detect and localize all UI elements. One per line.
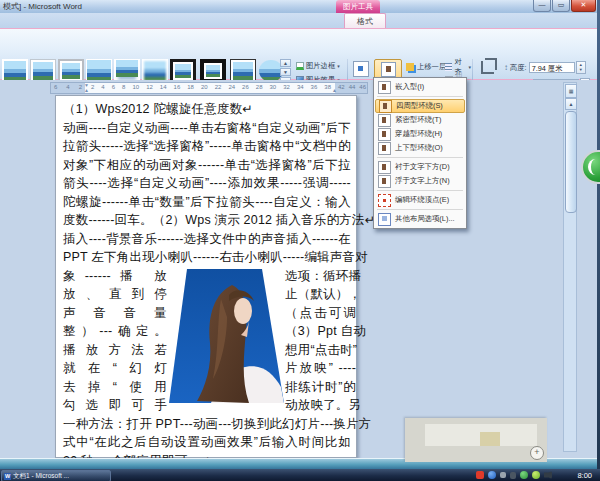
doc-line-right: 想用“点击时” [285, 342, 356, 359]
style-preview-image [144, 61, 166, 81]
tray-utility-icon[interactable] [500, 472, 506, 478]
minimize-button[interactable]: — [533, 0, 551, 12]
tight-wrap-icon [378, 114, 391, 127]
zoom-in-icon[interactable]: + [530, 446, 544, 460]
menu-item-in-front[interactable]: 浮于文字上方(N) [375, 174, 465, 188]
menu-item-top-bottom[interactable]: 上下型环绕(O) [375, 141, 465, 155]
window-title: 模式] - Microsoft Word [3, 1, 82, 12]
title-bar: 模式] - Microsoft Word 图片工具 — ▭ ✕ [0, 0, 600, 14]
style-preview-image [33, 62, 53, 80]
doc-line-right: （3）Ppt 自动 [285, 323, 356, 340]
doc-line-right: （点击可调 [285, 305, 356, 322]
doc-line: 动画----自定义动画----单击右窗格“自定义动画”后下 [63, 120, 351, 137]
doc-line: PPT 左下角出现小喇叭------右击小喇叭-----编辑声音对 [63, 249, 351, 266]
square-wrap-icon [379, 100, 392, 113]
crop-icon [481, 61, 494, 74]
doc-line-left: 整）---确定。 [63, 323, 167, 340]
align-icon [445, 63, 452, 71]
ruler-toggle-icon[interactable]: ▦ [565, 84, 577, 98]
doc-line: 插入----背景音乐------选择文件中的声音插入------在 [63, 231, 351, 248]
doc-line: 箭头----选择“自定义动画”----添加效果-----强调----- [63, 175, 351, 192]
doc-line: 一种方法：打开 PPT---动画---切换到此幻灯片---换片方 [63, 416, 351, 433]
scroll-up-icon[interactable]: ▲ [565, 98, 577, 110]
horizontal-ruler[interactable]: 6 4 2 2 4 6 8 10 12 14 16 18 20 22 24 26… [50, 82, 368, 94]
doc-line-left: 放、直到停 [63, 286, 167, 303]
in-front-text-icon [378, 175, 391, 188]
doc-line: 陀螺旋------单击“数量”后下拉箭头----自定义：输入 [63, 194, 351, 211]
document-page[interactable]: （1）Wps2012 陀螺旋任意度数↵ 动画----自定义动画----单击右窗格… [55, 95, 357, 458]
dropdown-arrow-icon: ▾ [337, 63, 340, 69]
system-tray [472, 471, 552, 479]
tray-antivirus-icon[interactable] [520, 471, 528, 479]
menu-separator [377, 96, 463, 97]
bring-forward-icon [406, 63, 414, 71]
top-bottom-wrap-icon [378, 142, 391, 155]
doc-line-right: 止（默认）， [285, 286, 356, 303]
window-controls: — ▭ ✕ [532, 0, 596, 12]
vertical-scrollbar[interactable]: ▦ ▲ [563, 82, 577, 452]
taskbar-word-button[interactable]: W 文档1 - Microsoft ... [1, 470, 111, 481]
doc-line-left: 播放方法若 [63, 342, 167, 359]
position-icon [353, 61, 369, 77]
picture-border-button[interactable]: 图片边框▾ [296, 59, 346, 72]
volume-icon[interactable] [544, 471, 552, 479]
tab-format-active[interactable]: 格式 [344, 13, 386, 29]
style-preview-image [206, 65, 220, 77]
doc-line-left: 声 音 音 量 [63, 305, 167, 322]
menu-item-edit-wrap-points[interactable]: 编辑环绕顶点(E) [375, 193, 465, 207]
tray-messenger-icon[interactable] [488, 471, 496, 479]
through-wrap-icon [378, 128, 391, 141]
style-preview-image [116, 60, 138, 77]
wrap-text-icon [381, 62, 396, 77]
doc-line: 拉箭头-----选择“选择窗格”-----单击窗格中“文档中的 [63, 138, 351, 155]
doc-line-right: 排练计时”的 [285, 379, 356, 396]
overlapping-window-fragment: + [405, 418, 547, 462]
ruler-left-numbers: 6 4 2 [54, 84, 82, 90]
ruler-right-numbers: 42 44 46 [338, 84, 366, 90]
doc-line-right: 选项：循环播 [285, 268, 356, 285]
style-preview-image [175, 64, 191, 78]
menu-item-inline[interactable]: 嵌入型(I) [375, 80, 465, 94]
word-app-icon: W [4, 473, 11, 480]
height-label: 高度: [510, 63, 527, 73]
tray-red-app-icon[interactable] [476, 471, 484, 479]
ribbon-tab-row: 引用 邮件 审阅 视图 [0, 13, 600, 28]
style-preview-image [87, 60, 111, 82]
menu-item-square-selected[interactable]: 四周型环绕(S) [375, 99, 465, 113]
document-photo[interactable] [169, 269, 284, 403]
hanging-indent-marker[interactable]: ▲ [84, 88, 89, 92]
scrollbar-thumb[interactable] [565, 111, 577, 213]
doc-line: （1）Wps2012 陀螺旋任意度数↵ [63, 101, 351, 118]
taskbar-clock: 8:00 [577, 471, 592, 480]
dropdown-arrow-icon: ▾ [468, 64, 471, 70]
gallery-scroll-down-icon[interactable]: ▼ [280, 68, 291, 76]
height-field-row: ↕ 高度: 7.94 厘米 ▲▼ [504, 61, 586, 74]
menu-separator [377, 157, 463, 158]
menu-item-more-layout-options[interactable]: 其他布局选项(L)... [375, 212, 465, 226]
gallery-scroll-up-icon[interactable]: ▲ [280, 59, 291, 67]
doc-line-left: 就在“幻灯 [63, 360, 167, 377]
picture-border-icon [296, 62, 304, 70]
doc-line-right: 片放映” ---- [285, 360, 356, 377]
doc-line: 式中“在此之后自动设置动画效果”后输入时间比如 [63, 434, 351, 451]
menu-item-tight[interactable]: 紧密型环绕(T) [375, 113, 465, 127]
style-preview-image [4, 61, 26, 81]
maximize-button[interactable]: ▭ [552, 0, 570, 12]
picture-tools-contextual-header: 图片工具 [336, 0, 380, 13]
close-button[interactable]: ✕ [571, 0, 596, 12]
menu-item-through[interactable]: 穿越型环绕(H) [375, 127, 465, 141]
menu-separator [377, 190, 463, 191]
tray-device-icon[interactable] [510, 472, 516, 479]
ribbon: ▲ ▼ ▾ 图片样式 图片边框▾ 图片效果▾ 图片版式▾ 位置 ▾ 自动换行 ▾ [0, 28, 600, 80]
ruler-middle-numbers: 2 4 6 8 10 12 14 16 18 20 22 24 26 28 30… [91, 84, 331, 90]
right-indent-marker[interactable]: ▲ [332, 88, 337, 92]
menu-item-behind-text[interactable]: 衬于文字下方(D) [375, 160, 465, 174]
height-input[interactable]: 7.94 厘米 [529, 62, 575, 73]
taskbar: W 文档1 - Microsoft ... 8:00 [0, 469, 600, 481]
fragment-patch [480, 432, 500, 446]
height-stepper[interactable]: ▲▼ [576, 61, 586, 74]
tray-shield-icon[interactable] [532, 471, 540, 479]
height-icon: ↕ [504, 63, 508, 72]
doc-line-left: 勾选即可手 [63, 397, 167, 414]
doc-line-right: 动放映了。另 [285, 397, 356, 414]
